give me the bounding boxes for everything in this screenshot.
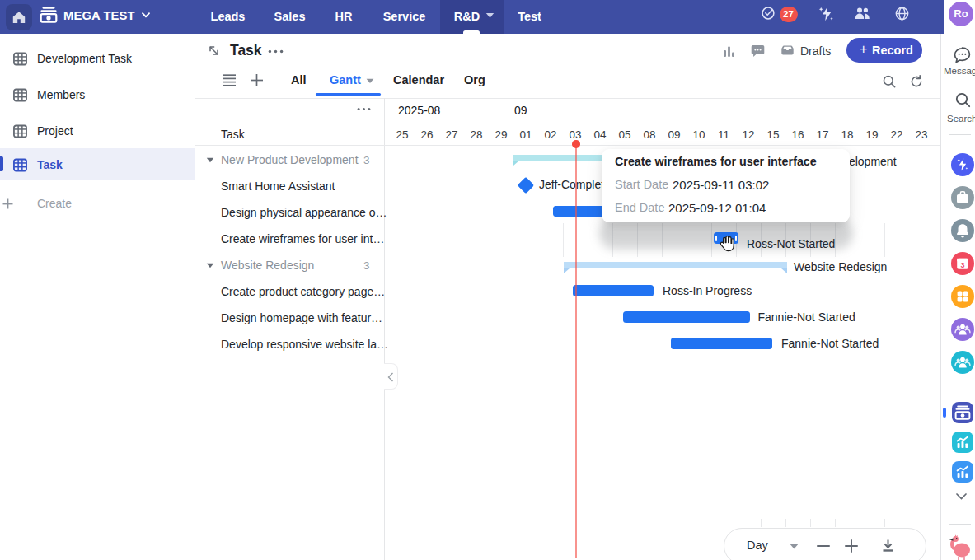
svg-text:3: 3 (960, 261, 964, 269)
